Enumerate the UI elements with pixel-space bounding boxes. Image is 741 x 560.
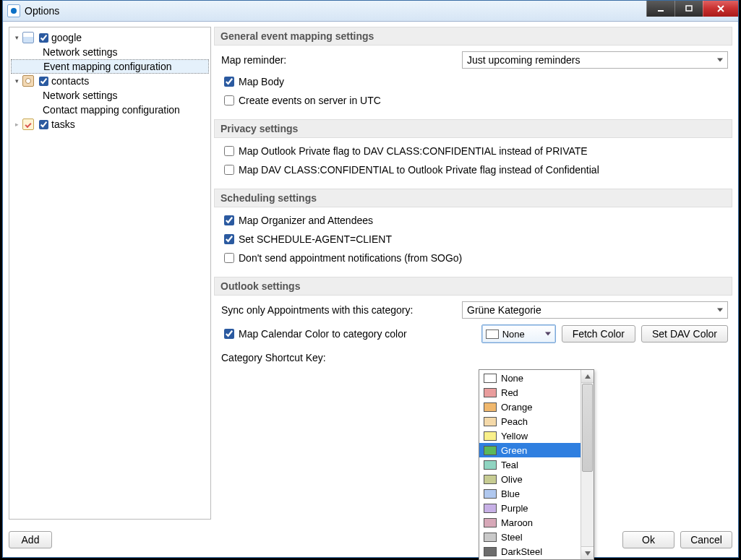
maximize-button[interactable] [674,1,703,17]
color-combo-value: None [502,329,525,340]
expander-icon[interactable]: ▾ [12,33,21,42]
color-option-label: Steel [501,532,523,543]
tree-node-google[interactable]: ▾ google [11,30,209,45]
color-option-red[interactable]: Red [479,385,581,400]
color-option-label: Green [501,445,527,456]
color-option-label: Peach [501,416,528,427]
color-option-olive[interactable]: Olive [479,472,581,486]
color-swatch-icon [484,504,497,513]
color-combo[interactable]: None [481,324,556,343]
scroll-up-icon[interactable] [581,370,594,383]
tree-label: google [51,32,82,43]
color-dropdown-scrollbar[interactable] [581,370,594,559]
tree-label: Event mapping configuration [43,61,171,72]
color-dropdown-list[interactable]: NoneRedOrangePeachYellowGreenTealOliveBl… [479,369,594,560]
tree-checkbox-google[interactable] [39,33,48,43]
color-option-darksteel[interactable]: DarkSteel [479,544,581,559]
color-option-blue[interactable]: Blue [479,486,581,501]
color-swatch-icon [484,446,497,455]
color-option-orange[interactable]: Orange [479,400,581,414]
color-swatch-icon [484,374,497,383]
window-title: Options [25,5,59,17]
color-option-label: Yellow [501,431,528,441]
map-body-checkbox[interactable] [224,77,234,87]
set-dav-color-button[interactable]: Set DAV Color [641,325,728,343]
add-button[interactable]: Add [9,531,52,548]
map-body-label: Map Body [239,76,284,87]
color-option-yellow[interactable]: Yellow [479,428,581,443]
map-calendar-color-checkbox[interactable] [224,329,234,339]
section-outlook-header: Outlook settings [214,277,732,296]
calendar-icon [22,32,34,43]
color-option-peach[interactable]: Peach [479,414,581,428]
tree-node-network-settings[interactable]: Network settings [11,45,209,59]
tree-node-contact-mapping[interactable]: Contact mapping configuration [11,103,209,117]
color-swatch-icon [484,388,497,397]
expander-icon[interactable]: ▾ [12,77,21,85]
fetch-color-button[interactable]: Fetch Color [562,325,635,343]
color-option-purple[interactable]: Purple [479,501,581,515]
map-reminder-label: Map reminder: [221,54,286,66]
expander-icon[interactable]: ▸ [12,120,21,129]
color-swatch-icon [484,431,497,441]
bottom-bar: Add Ok Cancel [9,520,732,554]
sync-category-label: Sync only Appointments with this categor… [221,304,413,316]
color-swatch-icon [484,547,497,556]
app-icon [7,4,20,17]
color-swatch-icon [484,518,497,527]
color-option-none[interactable]: None [479,371,581,385]
scroll-down-icon[interactable] [581,546,594,559]
privacy-row2-checkbox[interactable] [224,165,234,175]
color-option-maroon[interactable]: Maroon [479,515,581,530]
sched-row2-checkbox[interactable] [224,234,234,244]
ok-button[interactable]: Ok [622,531,674,548]
sync-category-dropdown[interactable]: Grüne Kategorie [462,301,728,319]
tree-label: tasks [51,119,75,130]
privacy-row1-checkbox[interactable] [224,146,234,156]
create-utc-checkbox[interactable] [224,95,234,105]
minimize-button[interactable] [646,1,674,17]
color-swatch-icon [484,533,497,542]
cancel-button[interactable]: Cancel [680,531,732,548]
tree-node-contacts[interactable]: ▾ contacts [11,74,209,88]
section-general-header: General event mapping settings [214,27,732,46]
svg-rect-0 [658,10,664,12]
map-calendar-color-label: Map Calendar Color to category color [239,328,407,340]
sync-category-value: Grüne Kategorie [467,304,541,316]
map-reminder-dropdown[interactable]: Just upcoming reminders [462,51,728,69]
titlebar[interactable]: Options [3,1,738,22]
color-option-label: Teal [501,460,518,470]
tree-node-contacts-network[interactable]: Network settings [11,88,209,103]
privacy-row1-label: Map Outlook Private flag to DAV CLASS:CO… [239,145,588,157]
scroll-thumb[interactable] [582,384,593,472]
color-swatch-icon [484,489,497,499]
profile-tree[interactable]: ▾ google Network settings Event mapping … [9,27,211,520]
svg-marker-5 [585,551,591,556]
settings-panel: General event mapping settings Map remin… [214,27,732,520]
color-option-teal[interactable]: Teal [479,457,581,472]
color-option-label: Blue [501,488,520,499]
tree-label: Network settings [43,90,117,101]
color-swatch-icon [484,402,497,412]
tasks-icon [22,119,34,130]
tree-checkbox-tasks[interactable] [39,120,48,129]
sched-row2-label: Set SCHEDULE-AGENT=CLIENT [239,233,392,245]
sched-row3-checkbox[interactable] [224,253,234,263]
tree-node-tasks[interactable]: ▸ tasks [11,117,209,132]
color-swatch-icon [484,460,497,470]
tree-checkbox-contacts[interactable] [39,77,48,86]
tree-node-event-mapping[interactable]: Event mapping configuration [11,59,209,74]
window-buttons [646,1,738,17]
color-option-label: Orange [501,402,532,413]
sched-row1-checkbox[interactable] [224,215,234,225]
section-privacy-header: Privacy settings [214,119,732,138]
color-swatch-icon [484,475,497,484]
sched-row3-label: Don't send appointment notifications (fr… [239,252,462,264]
color-option-steel[interactable]: Steel [479,530,581,544]
color-option-green[interactable]: Green [479,443,581,457]
close-button[interactable] [703,1,738,17]
color-option-label: None [501,373,523,384]
privacy-row2-label: Map DAV CLASS:CONFIDENTIAL to Outlook Pr… [239,164,599,176]
svg-marker-4 [585,374,591,379]
options-window: Options ▾ [2,0,739,558]
